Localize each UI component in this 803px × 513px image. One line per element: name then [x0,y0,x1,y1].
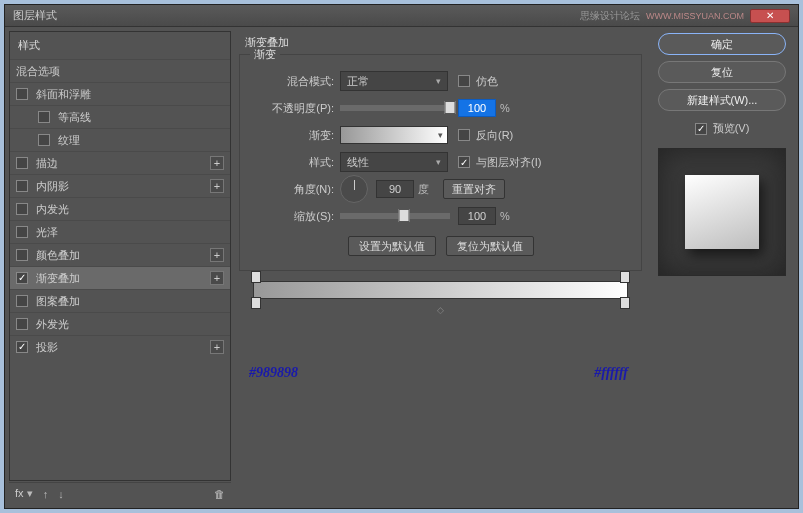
styles-sidebar: 样式 混合选项 斜面和浮雕等高线纹理描边+内阴影+内发光光泽颜色叠加+渐变叠加+… [9,31,231,481]
gradient-editor[interactable]: ◇ [253,281,628,299]
midpoint-icon[interactable]: ◇ [437,305,444,315]
opacity-stop-left[interactable] [251,271,261,283]
style-label: 样式: [248,155,334,170]
gradient-group: 渐变 混合模式: 正常▾ 仿色 不透明度(P): 100 % 渐变: [239,54,642,271]
trash-icon[interactable]: 🗑 [214,488,225,500]
fx-menu-icon[interactable]: fx ▾ [15,487,33,500]
gradient-bar[interactable] [253,281,628,299]
chevron-down-icon: ▾ [436,76,441,86]
effect-checkbox[interactable] [16,318,28,330]
dither-label: 仿色 [476,74,498,89]
watermark-text: 思缘设计论坛 [580,9,640,23]
add-effect-icon[interactable]: + [210,271,224,285]
preview-swatch [685,175,759,249]
sidebar-item-4[interactable]: 内阴影+ [10,174,230,197]
effect-checkbox[interactable] [16,272,28,284]
hex-left-label: #989898 [249,365,298,381]
gradient-picker[interactable]: ▾ [340,126,448,144]
opacity-slider[interactable] [340,105,450,111]
set-default-button[interactable]: 设置为默认值 [348,236,436,256]
sidebar-item-1[interactable]: 等高线 [10,105,230,128]
style-select[interactable]: 线性▾ [340,152,448,172]
right-column: 确定 复位 新建样式(W)... 预览(V) [650,31,794,481]
scale-input[interactable]: 100 [458,207,496,225]
angle-dial[interactable] [340,175,368,203]
cancel-button[interactable]: 复位 [658,61,786,83]
reset-default-button[interactable]: 复位为默认值 [446,236,534,256]
watermark-url: WWW.MISSYUAN.COM [646,11,744,21]
close-button[interactable]: ✕ [750,9,790,23]
reverse-label: 反向(R) [476,128,513,143]
dither-checkbox[interactable] [458,75,470,87]
chevron-down-icon: ▾ [436,157,441,167]
sidebar-item-7[interactable]: 颜色叠加+ [10,243,230,266]
effect-checkbox[interactable] [38,134,50,146]
sidebar-blending-options[interactable]: 混合选项 [10,59,230,82]
window-title: 图层样式 [13,8,57,23]
sidebar-item-8[interactable]: 渐变叠加+ [10,266,230,289]
sidebar-header: 样式 [10,32,230,59]
align-checkbox[interactable] [458,156,470,168]
effect-label: 渐变叠加 [36,271,80,286]
color-stop-right[interactable] [620,297,630,309]
angle-label: 角度(N): [248,182,334,197]
effect-label: 内发光 [36,202,69,217]
effect-label: 描边 [36,156,58,171]
layer-style-dialog: 图层样式 思缘设计论坛 WWW.MISSYUAN.COM ✕ 样式 混合选项 斜… [4,4,799,509]
effect-label: 斜面和浮雕 [36,87,91,102]
sidebar-item-3[interactable]: 描边+ [10,151,230,174]
effect-label: 颜色叠加 [36,248,80,263]
add-effect-icon[interactable]: + [210,179,224,193]
chevron-down-icon: ▾ [438,130,443,140]
effect-checkbox[interactable] [16,249,28,261]
ok-button[interactable]: 确定 [658,33,786,55]
sidebar-item-5[interactable]: 内发光 [10,197,230,220]
effect-checkbox[interactable] [16,157,28,169]
opacity-label: 不透明度(P): [248,101,334,116]
panel-title: 渐变叠加 [245,35,642,50]
effect-label: 外发光 [36,317,69,332]
align-label: 与图层对齐(I) [476,155,541,170]
opacity-stop-right[interactable] [620,271,630,283]
effect-checkbox[interactable] [16,203,28,215]
effect-checkbox[interactable] [16,88,28,100]
preview-checkbox[interactable] [695,123,707,135]
new-style-button[interactable]: 新建样式(W)... [658,89,786,111]
add-effect-icon[interactable]: + [210,248,224,262]
effect-label: 图案叠加 [36,294,80,309]
move-up-icon[interactable]: ↑ [43,488,49,500]
sidebar-item-10[interactable]: 外发光 [10,312,230,335]
scale-slider[interactable] [340,213,450,219]
add-effect-icon[interactable]: + [210,340,224,354]
scale-label: 缩放(S): [248,209,334,224]
effect-label: 等高线 [58,110,91,125]
effect-checkbox[interactable] [16,226,28,238]
opacity-input[interactable]: 100 [458,99,496,117]
effect-checkbox[interactable] [16,341,28,353]
sidebar-item-11[interactable]: 投影+ [10,335,230,358]
center-panel: 渐变叠加 渐变 混合模式: 正常▾ 仿色 不透明度(P): 100 % [231,31,650,481]
move-down-icon[interactable]: ↓ [58,488,64,500]
effect-checkbox[interactable] [38,111,50,123]
sidebar-footer: fx ▾ ↑ ↓ 🗑 [9,482,231,504]
sidebar-item-9[interactable]: 图案叠加 [10,289,230,312]
effect-label: 纹理 [58,133,80,148]
blend-mode-label: 混合模式: [248,74,334,89]
titlebar: 图层样式 思缘设计论坛 WWW.MISSYUAN.COM ✕ [5,5,798,27]
sidebar-item-2[interactable]: 纹理 [10,128,230,151]
sidebar-item-6[interactable]: 光泽 [10,220,230,243]
angle-input[interactable]: 90 [376,180,414,198]
effect-checkbox[interactable] [16,295,28,307]
group-legend: 渐变 [250,47,280,62]
color-stop-left[interactable] [251,297,261,309]
effect-label: 投影 [36,340,58,355]
effect-label: 内阴影 [36,179,69,194]
blend-mode-select[interactable]: 正常▾ [340,71,448,91]
sidebar-item-0[interactable]: 斜面和浮雕 [10,82,230,105]
reset-align-button[interactable]: 重置对齐 [443,179,505,199]
effect-checkbox[interactable] [16,180,28,192]
add-effect-icon[interactable]: + [210,156,224,170]
preview-label: 预览(V) [713,121,750,136]
hex-right-label: #ffffff [594,365,628,381]
reverse-checkbox[interactable] [458,129,470,141]
